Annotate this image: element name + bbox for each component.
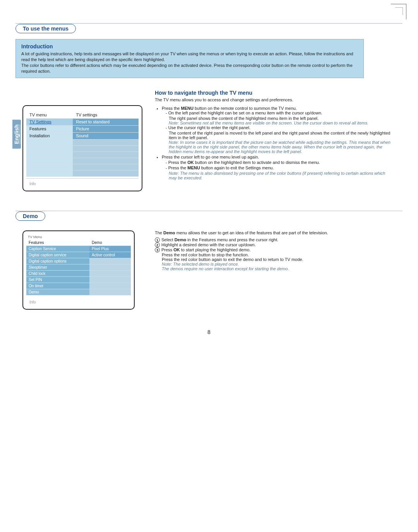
language-tab: English (12, 120, 21, 149)
menu-info: Info (26, 178, 139, 187)
crop-mark (391, 4, 406, 19)
demo-menu-illustration: TV Menu FeaturesDemo Caption ServicePixe… (15, 230, 143, 310)
intro-text: A lot of guiding instructions, help text… (21, 51, 358, 63)
divider (15, 211, 403, 211)
section-title: To use the menus (15, 24, 76, 33)
divider (15, 23, 403, 24)
intro-heading: Introduction (21, 43, 358, 49)
intro-text: The color buttons refer to different act… (21, 63, 358, 74)
menu-illustration: TV menuTV settings TV SettingsReset to s… (15, 90, 143, 191)
section-title: Demo (15, 211, 45, 221)
nav-heading: How to navigate through the TV menu (155, 90, 391, 96)
page: To use the menus Introduction A lot of g… (0, 0, 418, 347)
intro-box: Introduction A lot of guiding instructio… (15, 39, 364, 78)
nav-instructions: How to navigate through the TV menu The … (155, 90, 403, 191)
demo-instructions: The Demo menu allows the user to get an … (155, 230, 403, 310)
page-number: 8 (15, 329, 403, 335)
